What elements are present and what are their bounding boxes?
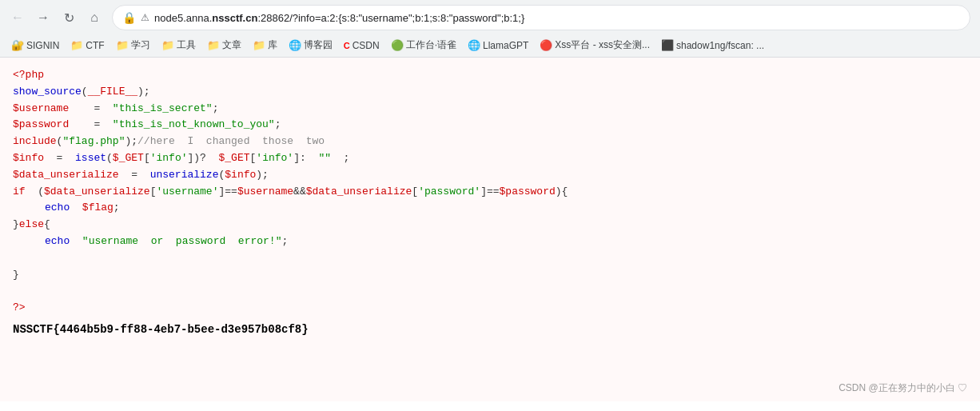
code-line-else: } else { — [13, 217, 967, 233]
code-line-data: $data_unserialize = unserialize ( $info … — [13, 167, 967, 184]
data-unserialize-var: $data_unserialize — [13, 167, 119, 184]
show-source-func: show_source — [13, 84, 82, 101]
code-block: <?php show_source(__FILE__); $username =… — [13, 67, 967, 317]
bookmark-articles-label: 文章 — [222, 38, 241, 52]
comment-here: //here I changed those two — [137, 134, 325, 150]
bookmark-llamagpt-label: LlamaGPT — [483, 40, 528, 51]
bookmark-tools-label: 工具 — [177, 38, 196, 52]
browser-chrome: ← → ↻ ⌂ 🔒 ⚠ node5.anna.nssctf.cn:28862/?… — [0, 0, 980, 58]
password-compare: $password — [500, 184, 556, 201]
password-var: $password — [13, 117, 69, 134]
folder-icon-3: 📁 — [161, 39, 174, 51]
password-key: 'password' — [418, 184, 480, 201]
password-value: "this_is_not_known_to_you" — [113, 117, 275, 134]
data-password-check: $data_unserialize — [306, 184, 412, 201]
security-icon: 🔒 — [122, 11, 136, 24]
code-line-include: include ( "flag.php" ); //here I changed… — [13, 134, 967, 150]
address-bar[interactable]: 🔒 ⚠ node5.anna.nssctf.cn:28862/?info=a:2… — [112, 5, 970, 30]
url-text: node5.anna.nssctf.cn:28862/?info=a:2:{s:… — [154, 12, 960, 24]
bookmark-tools[interactable]: 📁 工具 — [157, 37, 201, 54]
warning-icon: ⚠ — [141, 12, 149, 23]
bookmark-csdn-label: CSDN — [353, 40, 380, 51]
code-line-echo-error: echo "username or password error!" ; — [13, 233, 967, 250]
footer-watermark: CSDN @正在努力中的小白 ♡ — [839, 381, 967, 395]
file-const: __FILE__ — [88, 84, 137, 101]
bookmark-bokeyuan[interactable]: 🌐 博客园 — [284, 37, 337, 54]
bookmark-llamagpt[interactable]: 🌐 LlamaGPT — [463, 38, 533, 53]
back-button[interactable]: ← — [6, 6, 29, 29]
isset-func: isset — [75, 150, 106, 167]
if-keyword: if — [13, 184, 26, 201]
bookmark-library[interactable]: 📁 库 — [248, 37, 282, 54]
flag-var: $flag — [82, 200, 114, 217]
get-info-var2: $_GET — [219, 150, 250, 167]
php-open-tag: <?php — [13, 67, 44, 84]
llamagpt-icon: 🌐 — [468, 39, 480, 51]
close-brace-2: } — [13, 267, 19, 284]
browser-toolbar: ← → ↻ ⌂ 🔒 ⚠ node5.anna.nssctf.cn:28862/?… — [0, 0, 980, 35]
code-line-show-source: show_source(__FILE__); — [13, 84, 967, 101]
code-line-info: $info = isset ( $_GET [ 'info' ])? $_GET… — [13, 150, 967, 167]
bookmark-signin[interactable]: 🔐 SIGNIN — [6, 38, 64, 53]
forward-button[interactable]: → — [32, 6, 54, 29]
home-button[interactable]: ⌂ — [83, 6, 106, 29]
github-icon: ⬛ — [661, 39, 674, 51]
code-line-echo-flag: echo $flag ; — [13, 200, 967, 217]
signin-icon: 🔐 — [11, 39, 24, 51]
folder-icon: 📁 — [70, 39, 83, 51]
bookmarks-bar: 🔐 SIGNIN 📁 CTF 📁 学习 📁 工具 📁 文章 📁 库 🌐 博客园 — [0, 35, 980, 57]
csdn-icon: C — [344, 41, 350, 50]
echo-keyword-2: echo — [45, 233, 70, 250]
username-compare: $username — [237, 184, 293, 201]
bookmark-xss[interactable]: 🔴 Xss平台 - xss安全测... — [535, 37, 655, 54]
error-string: "username or password error!" — [82, 233, 282, 250]
code-line-empty-2 — [13, 283, 967, 300]
php-close-tag: ?> — [13, 300, 26, 317]
info-var: $info — [13, 150, 44, 167]
bookmark-study-label: 学习 — [131, 38, 150, 52]
bookmark-fscan-label: shadow1ng/fscan: ... — [676, 40, 764, 51]
bookmark-study[interactable]: 📁 学习 — [111, 37, 155, 54]
bookmark-xss-label: Xss平台 - xss安全测... — [555, 38, 650, 52]
username-value: "this_is_secret" — [113, 101, 213, 118]
bookmark-csdn[interactable]: C CSDN — [339, 38, 384, 53]
bookmark-yuque-label: 工作台·语雀 — [406, 38, 456, 52]
flag-output: NSSCTF{4464b5b9-ff88-4eb7-b5ee-d3e957b08… — [13, 323, 967, 336]
bookmark-yuque[interactable]: 🟢 工作台·语雀 — [386, 37, 461, 54]
close-brace-1: } — [13, 217, 19, 233]
bookmark-ctf-label: CTF — [86, 40, 104, 51]
username-var: $username — [13, 101, 69, 118]
reload-button[interactable]: ↻ — [58, 6, 80, 29]
bookmark-signin-label: SIGNIN — [26, 40, 59, 51]
bookmark-ctf[interactable]: 📁 CTF — [66, 38, 109, 53]
flag-php-string: "flag.php" — [62, 134, 125, 150]
info-var2: $info — [225, 167, 256, 184]
info-key2: 'info' — [256, 150, 293, 167]
code-line-php-close: ?> — [13, 300, 967, 317]
xss-icon: 🔴 — [540, 39, 552, 51]
bookmark-fscan[interactable]: ⬛ shadow1ng/fscan: ... — [656, 38, 769, 53]
data-username-check: $data_unserialize — [44, 184, 150, 201]
code-line-if: if ( $data_unserialize [ 'username' ]== … — [13, 184, 967, 201]
yuque-icon: 🟢 — [391, 39, 404, 51]
bookmark-library-label: 库 — [268, 38, 277, 52]
else-keyword: else — [19, 217, 44, 233]
folder-icon-4: 📁 — [207, 39, 220, 51]
code-line-php-open: <?php — [13, 67, 967, 84]
username-key: 'username' — [156, 184, 218, 201]
url-domain: node5.anna.nssctf.cn:28862/?info=a:2:{s:… — [154, 12, 524, 24]
folder-icon-5: 📁 — [253, 39, 265, 51]
bookmark-articles[interactable]: 📁 文章 — [202, 37, 246, 54]
code-line-password: $password = "this_is_not_known_to_you" ; — [13, 117, 967, 134]
code-line-close-brace: } — [13, 267, 967, 284]
code-line-empty — [13, 250, 967, 267]
get-info-var: $_GET — [113, 150, 144, 167]
echo-keyword: echo — [45, 200, 70, 217]
bokeyuan-icon: 🌐 — [289, 39, 301, 51]
include-keyword: include — [13, 134, 57, 150]
code-line-username: $username = "this_is_secret" ; — [13, 101, 967, 118]
empty-string: "" — [318, 150, 331, 167]
bookmark-bokeyuan-label: 博客园 — [304, 38, 333, 52]
info-key: 'info' — [150, 150, 188, 167]
page-content: <?php show_source(__FILE__); $username =… — [0, 58, 980, 401]
